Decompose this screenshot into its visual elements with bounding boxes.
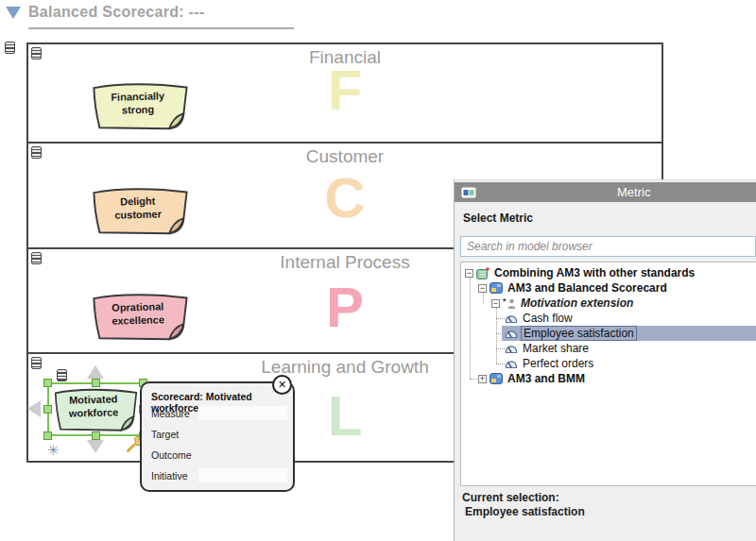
resize-handle-w[interactable] bbox=[43, 405, 52, 414]
sticky-note-oprational-excellence[interactable]: Oprational excellence bbox=[89, 289, 192, 346]
svg-text:*: * bbox=[503, 297, 507, 306]
model-browser-tree[interactable]: − Combining AM3 with other standards − A… bbox=[460, 262, 756, 486]
expand-expander-icon[interactable]: + bbox=[478, 375, 487, 383]
collapse-expander-icon[interactable]: − bbox=[465, 269, 473, 278]
sticky-note-financially-strong[interactable]: Financially strong bbox=[89, 78, 192, 135]
tree-item-label: AM3 and BMM bbox=[506, 372, 587, 385]
field-label-measure: Measure bbox=[151, 408, 190, 419]
dialog-title: Metric bbox=[617, 185, 650, 199]
tree-item-label: Combining AM3 with other standards bbox=[492, 266, 696, 279]
extension-icon: * bbox=[503, 297, 516, 309]
sticky-note-text: Motivated workforce bbox=[51, 384, 141, 435]
tree-item-label: Market share bbox=[521, 342, 591, 355]
diagram-title: Balanced Scorecard: --- bbox=[28, 4, 205, 21]
lane-title: Customer bbox=[28, 146, 662, 167]
tree-item-perfect-orders[interactable]: Perfect orders bbox=[461, 356, 756, 371]
tree-item-label: Employee satisfaction bbox=[521, 326, 637, 341]
tree-item-employee-satisfaction[interactable]: Employee satisfaction bbox=[461, 326, 756, 341]
tree-item-label: Cash flow bbox=[521, 312, 575, 325]
sticky-note-text: Oprational excellence bbox=[89, 289, 192, 346]
title-underline bbox=[28, 27, 294, 29]
model-icon bbox=[490, 282, 503, 294]
field-label-initiative: Initiative bbox=[151, 470, 188, 482]
dialog-heading: Select Metric bbox=[463, 211, 533, 225]
pool-list-icon[interactable] bbox=[5, 42, 15, 54]
close-icon[interactable]: ✕ bbox=[272, 375, 292, 395]
current-selection-value: Employee satisfaction bbox=[465, 505, 585, 518]
tree-item-motivation-extension[interactable]: − * Motivation extension bbox=[461, 296, 756, 311]
field-label-outcome: Outcome bbox=[151, 449, 192, 461]
collapse-expander-icon[interactable]: − bbox=[478, 284, 487, 293]
tree-item-label: AM3 and Balanced Scorecard bbox=[506, 281, 669, 295]
current-selection-label: Current selection: bbox=[462, 491, 559, 504]
initiative-input[interactable] bbox=[198, 468, 287, 482]
gauge-icon bbox=[505, 358, 518, 369]
metric-dialog: Metric Select Metric − Combining AM3 wit… bbox=[454, 179, 756, 541]
resize-handle-sw[interactable] bbox=[43, 431, 52, 440]
collapse-triangle-icon[interactable] bbox=[6, 7, 21, 19]
sticky-note-delight-customer[interactable]: Delight customer bbox=[89, 183, 192, 240]
app-window-icon bbox=[461, 187, 476, 198]
rotate-sun-icon[interactable]: ✳ bbox=[47, 442, 60, 459]
search-input[interactable] bbox=[460, 236, 756, 257]
gauge-icon bbox=[505, 328, 518, 339]
model-icon bbox=[490, 373, 503, 384]
tree-item-am3-bmm[interactable]: + AM3 and BMM bbox=[461, 371, 756, 386]
collapse-expander-icon[interactable]: − bbox=[491, 299, 500, 308]
gauge-icon bbox=[505, 343, 518, 354]
sticky-note-text: Financially strong bbox=[89, 78, 192, 135]
project-icon bbox=[476, 267, 490, 279]
tree-item-combining-am3[interactable]: − Combining AM3 with other standards bbox=[461, 265, 756, 280]
sticky-note-motivated-workforce[interactable]: Motivated workforce bbox=[51, 384, 141, 435]
move-up-arrow-icon[interactable] bbox=[87, 365, 104, 379]
dialog-titlebar[interactable]: Metric bbox=[455, 182, 756, 202]
note-list-icon[interactable] bbox=[57, 369, 67, 381]
sticky-note-text: Delight customer bbox=[89, 183, 192, 240]
move-left-arrow-icon[interactable] bbox=[27, 400, 41, 417]
tree-item-am3-balanced-scorecard[interactable]: − AM3 and Balanced Scorecard bbox=[461, 280, 756, 296]
field-label-target: Target bbox=[151, 429, 179, 440]
tree-item-label: Perfect orders bbox=[521, 357, 595, 370]
tree-item-label: Motivation extension bbox=[519, 296, 635, 310]
tree-item-cash-flow[interactable]: Cash flow bbox=[461, 311, 756, 326]
measure-input[interactable] bbox=[198, 406, 287, 420]
move-down-arrow-icon[interactable] bbox=[87, 440, 104, 453]
scorecard-popup: Scorecard: Motivated workforce Measure T… bbox=[140, 381, 295, 492]
tree-item-market-share[interactable]: Market share bbox=[461, 341, 756, 356]
gauge-icon bbox=[505, 313, 518, 324]
